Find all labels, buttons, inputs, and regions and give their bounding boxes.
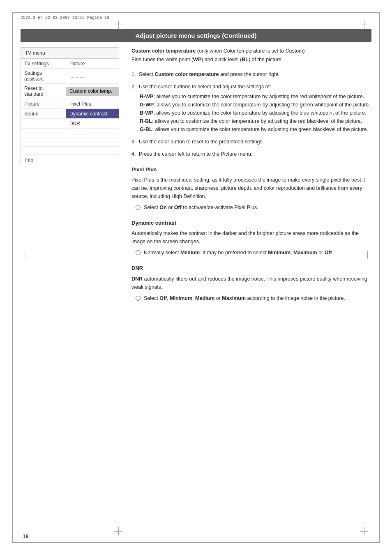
dynamic-contrast-desc: Automatically makes the contrast in the …	[131, 229, 371, 246]
dnr-title: DNR	[131, 264, 371, 272]
page-title: Adjust picture menu settings (Continued)	[21, 29, 371, 42]
pixel-plus-bullet: Select On or Off to activate/de-activate…	[136, 204, 371, 212]
step-1: 1. Select Custom color temperature and p…	[131, 70, 371, 78]
step-3: 3. Use the color button to reset to the …	[131, 138, 371, 146]
crosshair-top-right	[360, 21, 368, 29]
pixel-plus-desc: Pixel Plus is the most ideal setting, as…	[131, 176, 371, 200]
dynamic-contrast-title: Dynamic contrast	[131, 219, 371, 227]
main-content: TV menu TV settings Picture Settings ass…	[21, 47, 371, 534]
step-2-sub: R-WP: allows you to customize the color …	[140, 92, 371, 134]
section-custom-color-temp: Custom color temperature (only when Colo…	[131, 47, 371, 64]
tv-menu-row-6: DNR	[21, 119, 119, 129]
tv-menu-info: Info	[21, 156, 37, 165]
tv-menu-cell-empty-6	[66, 149, 119, 152]
tv-menu-cell-empty-3	[21, 141, 66, 144]
tv-menu-cell-tv-settings: TV settings	[21, 59, 66, 68]
header-meta: 2572.3 en 22-03-2007 13:16 Pagina 18	[21, 16, 109, 20]
tv-menu-row-7: .............	[21, 129, 119, 138]
border-right	[379, 12, 380, 543]
tv-menu-row-4: Picture Pixel Plus	[21, 99, 119, 109]
tv-menu-row-1: TV settings Picture	[21, 59, 119, 69]
tv-menu-cell-dots-2: .............	[66, 129, 119, 138]
tv-menu-cell-custom-color: Custom color temp.	[66, 87, 119, 96]
tv-menu-cell-dnr: DNR	[66, 119, 119, 128]
tv-menu-cell-empty-1	[21, 122, 66, 125]
pixel-plus-title: Pixel Plus	[131, 166, 371, 174]
tv-menu-row-info: Info	[21, 155, 119, 165]
tv-menu-row-9	[21, 147, 119, 155]
border-bottom	[12, 542, 380, 543]
tv-menu-cell-picture-label: Picture	[21, 99, 66, 108]
tv-menu-row-8	[21, 138, 119, 147]
custom-color-title: Custom color temperature	[131, 48, 196, 54]
tv-menu-title: TV menu	[21, 48, 119, 59]
dnr-bullet-text: Select Off, Minimum, Medium or Maximum a…	[144, 295, 371, 302]
custom-color-desc: Fine tunes the white point (WP) and blac…	[131, 56, 371, 64]
custom-color-subtitle: (only when Color temperature is set to C…	[197, 48, 305, 54]
border-top	[12, 12, 380, 13]
section-dynamic-contrast: Dynamic contrast Automatically makes the…	[131, 219, 371, 257]
section-dnr: DNR DNR automatically filters out and re…	[131, 264, 371, 302]
tv-menu-panel: TV menu TV settings Picture Settings ass…	[21, 47, 119, 534]
bullet-icon-2	[136, 250, 141, 255]
crosshair-top-left	[114, 21, 122, 29]
page-number: 18	[23, 533, 28, 539]
tv-menu-cell-dynamic-contrast: Dynamic contrast	[66, 109, 119, 118]
tv-menu-cell-sound: Sound	[21, 109, 66, 118]
tv-menu-cell-pixel-plus: Pixel Plus	[66, 99, 119, 108]
tv-menu-cell-empty-5	[21, 149, 66, 152]
tv-menu-row-2: Settings assistant .............	[21, 69, 119, 84]
pixel-plus-bullet-text: Select On or Off to activate/de-activate…	[144, 204, 371, 212]
tv-menu-row-5: Sound Dynamic contrast	[21, 109, 119, 119]
bullet-icon-3	[136, 296, 141, 301]
tv-menu-row-3: Reset to standard Custom color temp.	[21, 84, 119, 99]
dnr-bullet: Select Off, Minimum, Medium or Maximum a…	[136, 295, 371, 302]
dynamic-contrast-bullet: Normally select Medium. It may be prefer…	[136, 249, 371, 257]
border-left	[12, 12, 13, 543]
steps-list: 1. Select Custom color temperature and p…	[131, 70, 371, 158]
tv-menu-cell-settings-assistant: Settings assistant	[21, 69, 66, 83]
tv-menu-cell-empty-2	[21, 132, 66, 135]
tv-menu: TV menu TV settings Picture Settings ass…	[21, 47, 119, 165]
tv-menu-cell-empty-4	[66, 141, 119, 144]
step-4: 4. Press the cursor left to return to th…	[131, 150, 371, 158]
right-panel: Custom color temperature (only when Colo…	[131, 47, 371, 534]
tv-menu-cell-dots-1: .............	[66, 72, 119, 80]
section-pixel-plus: Pixel Plus Pixel Plus is the most ideal …	[131, 166, 371, 212]
dynamic-contrast-bullet-text: Normally select Medium. It may be prefer…	[144, 249, 371, 257]
tv-menu-cell-picture: Picture	[66, 59, 119, 68]
tv-menu-cell-reset: Reset to standard	[21, 84, 66, 99]
step-2: 2. Use the cursor buttons to select and …	[131, 83, 371, 134]
dnr-desc: DNR automatically filters out and reduce…	[131, 275, 371, 291]
bullet-icon-1	[136, 205, 141, 210]
